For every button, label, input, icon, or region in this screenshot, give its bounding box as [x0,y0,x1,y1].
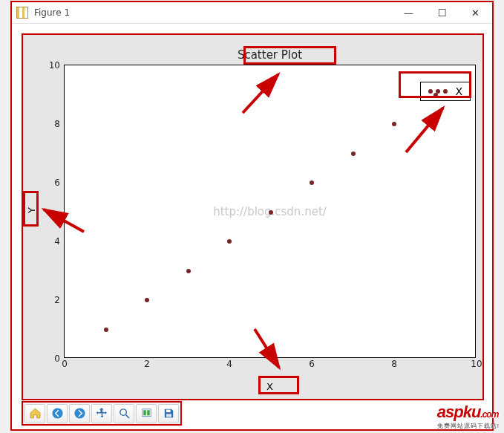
minimize-button[interactable]: — [392,2,425,23]
y-tick-label: 0 [54,354,60,364]
zoom-button[interactable] [114,404,134,423]
svg-rect-11 [166,410,170,413]
arrow-right-icon [73,407,86,420]
highlight-xlabel [258,376,299,394]
titlebar: Figure 1 — ☐ ✕ [12,2,492,24]
x-tick-label: 2 [144,359,150,369]
window-title: Figure 1 [34,7,392,18]
legend[interactable]: X [420,82,471,101]
back-button[interactable] [47,404,68,423]
zoom-icon [118,407,131,420]
legend-marker-icon [443,89,448,94]
plot-title: Scatter Plot [238,48,302,62]
svg-rect-9 [143,410,146,415]
pan-button[interactable] [91,404,112,423]
legend-label: X [455,85,462,97]
matplotlib-icon [16,7,28,19]
data-point [269,210,273,215]
x-tick-label: 10 [471,359,482,369]
x-tick-label: 0 [62,359,68,369]
svg-point-4 [52,408,62,418]
brand-tagline: 免费网站源码下载站! [437,422,500,430]
y-tick-label: 10 [49,60,60,71]
x-tick-label: 6 [309,359,315,369]
plot-area[interactable]: http://blog.csdn.net/ X 02468100246810 [64,65,476,358]
data-point [186,269,191,273]
x-axis-label: X [266,381,273,392]
window-controls: — ☐ ✕ [392,2,492,23]
move-icon [96,407,108,420]
axes: Scatter Plot http://blog.csdn.net/ X 024… [64,54,476,366]
data-point [104,328,108,332]
data-point [433,93,438,97]
y-tick-label: 8 [54,119,60,129]
home-button[interactable] [24,404,45,423]
arrow-left-icon [51,407,64,420]
data-point [351,152,356,156]
save-icon [163,407,175,420]
maximize-button[interactable]: ☐ [425,2,459,23]
y-tick-label: 2 [54,295,60,305]
plot-canvas: Scatter Plot http://blog.csdn.net/ X 024… [22,33,484,400]
brand-name: aspku [437,403,481,421]
x-tick-label: 4 [226,359,232,369]
svg-line-7 [125,415,128,418]
x-tick-label: 8 [391,359,397,369]
home-icon [29,407,42,420]
data-point [227,239,232,244]
svg-point-5 [74,408,85,418]
svg-rect-12 [166,414,171,417]
legend-marker-icon [428,89,433,94]
data-point [310,180,314,185]
y-tick-label: 6 [54,178,60,188]
configure-button[interactable] [136,404,157,423]
svg-rect-10 [147,410,150,415]
forward-button[interactable] [69,404,90,423]
nav-toolbar [22,401,182,426]
configure-icon [140,407,153,420]
brand-watermark: aspku.com 免费网站源码下载站! [437,403,500,430]
y-tick-label: 4 [54,236,60,247]
figure-window: Figure 1 — ☐ ✕ Scatter Plot http://blog.… [10,1,494,431]
save-button[interactable] [158,404,179,423]
data-point [145,298,149,302]
data-point [392,122,396,126]
svg-point-6 [120,409,126,416]
close-button[interactable]: ✕ [459,2,492,23]
brand-suffix: .com [480,409,498,420]
y-axis-label: Y [26,207,37,213]
